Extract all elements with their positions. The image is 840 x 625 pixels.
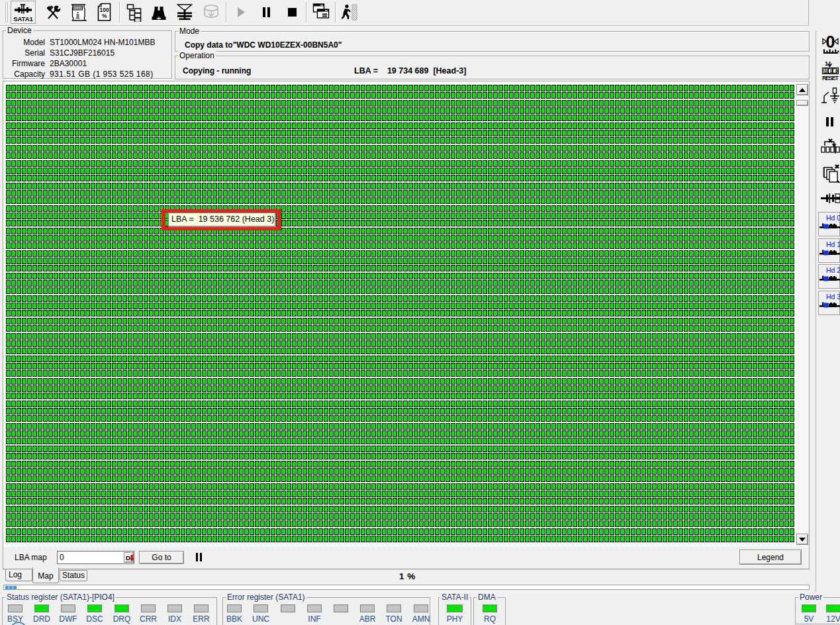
svg-text:0110I: 0110I: [74, 6, 83, 10]
svg-text:0: 0: [826, 34, 835, 51]
svg-text:000: 000: [825, 69, 840, 73]
svg-text:1: 1: [825, 60, 828, 67]
svg-text:RESET: RESET: [822, 75, 839, 81]
svg-text:%: %: [102, 13, 107, 19]
